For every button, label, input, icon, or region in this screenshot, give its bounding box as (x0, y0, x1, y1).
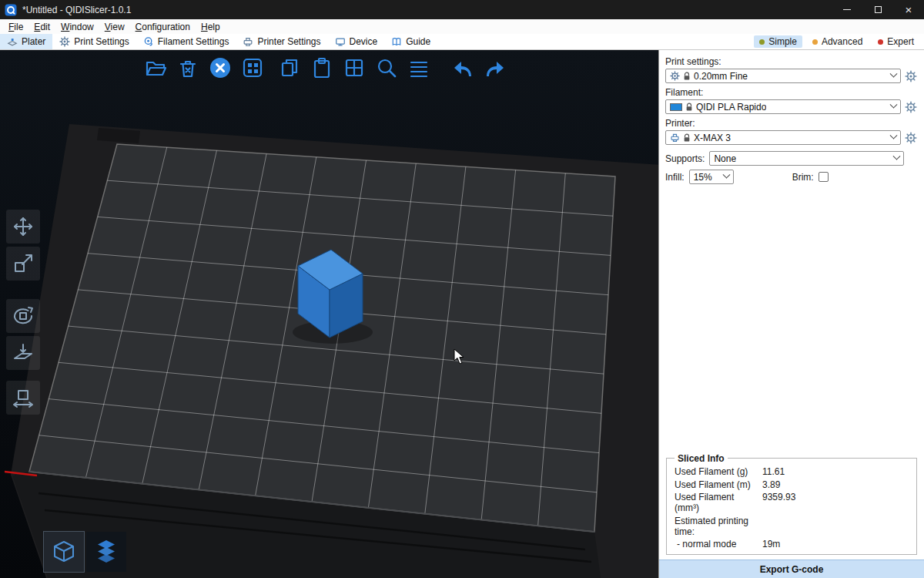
guide-book-icon (391, 36, 402, 47)
menu-configuration[interactable]: Configuration (130, 21, 196, 33)
filament-value: QIDI PLA Rapido (696, 102, 766, 113)
tab-device[interactable]: Device (328, 34, 385, 49)
close-button[interactable]: × (893, 0, 924, 19)
sidebar-spacer (665, 184, 918, 453)
paste-button[interactable] (309, 55, 335, 81)
printer-select[interactable]: X-MAX 3 (665, 130, 901, 145)
gear-icon (905, 132, 917, 144)
supports-select[interactable]: None (709, 151, 904, 166)
chevron-down-icon (890, 70, 898, 78)
search-icon (375, 56, 398, 79)
infill-select[interactable]: 15% (689, 170, 734, 184)
export-gcode-button[interactable]: Export G-code (659, 560, 924, 578)
variable-layer-height-button[interactable] (406, 55, 432, 81)
open-project-button[interactable] (142, 55, 169, 81)
editor-view-icon (50, 538, 78, 566)
chevron-down-icon (890, 132, 898, 139)
flatten-button[interactable] (6, 336, 40, 370)
scale-button[interactable] (6, 247, 40, 281)
sliced-info-title: Sliced Info (675, 453, 728, 464)
gear-icon (905, 101, 917, 113)
filament-gear-button[interactable] (904, 99, 918, 114)
maximize-icon (875, 6, 882, 13)
undo-icon (452, 56, 475, 79)
menu-view[interactable]: View (99, 21, 130, 33)
view-mode-toggles (44, 532, 126, 572)
si-label: Used Filament (g) (675, 466, 758, 477)
mode-simple[interactable]: Simple (754, 35, 802, 48)
3d-viewport[interactable] (0, 50, 658, 578)
menu-help[interactable]: Help (196, 21, 226, 33)
menu-window[interactable]: Window (55, 21, 99, 33)
menu-file[interactable]: File (3, 21, 28, 33)
delete-all-icon (209, 56, 232, 79)
maximize-button[interactable] (862, 0, 893, 19)
window-controls: × (832, 0, 924, 19)
tab-guide[interactable]: Guide (384, 34, 437, 49)
delete-icon (176, 56, 199, 79)
lock-icon (683, 133, 691, 143)
filament-spool-icon (143, 36, 154, 47)
filament-select[interactable]: QIDI PLA Rapido (665, 99, 901, 114)
rotate-icon (12, 304, 35, 328)
printer-icon (243, 36, 253, 47)
settings-sidebar: Print settings: 0.20mm Fine Filament: (658, 50, 924, 578)
print-settings-gear-button[interactable] (904, 69, 918, 83)
si-label: - normal mode (675, 539, 758, 549)
print-settings-select[interactable]: 0.20mm Fine (665, 69, 901, 83)
tab-bar: Plater Print Settings Filament Settings … (0, 34, 924, 50)
advanced-mode-dot-icon (812, 39, 818, 45)
delete-all-button[interactable] (207, 55, 233, 81)
tab-printer-settings[interactable]: Printer Settings (236, 34, 327, 49)
split-button[interactable] (341, 55, 367, 81)
device-icon (335, 36, 346, 47)
rotate-button[interactable] (6, 299, 40, 333)
mode-label: Advanced (822, 36, 862, 47)
filament-label: Filament: (665, 87, 918, 98)
preview-view-button[interactable] (86, 532, 126, 572)
split-icon (343, 56, 366, 79)
move-button[interactable] (6, 210, 40, 244)
editor-view-button[interactable] (44, 532, 84, 572)
move-icon (12, 215, 35, 238)
print-settings-value: 0.20mm Fine (694, 71, 748, 82)
menu-bar: File Edit Window View Configuration Help (0, 19, 924, 34)
chevron-down-icon (722, 171, 730, 179)
lock-icon (685, 102, 693, 112)
printer-label: Printer: (665, 118, 918, 129)
sliced-info-row: - normal mode 19m (673, 537, 910, 550)
delete-button[interactable] (175, 55, 201, 81)
layer-height-icon (407, 56, 430, 79)
brim-label: Brim: (792, 172, 814, 183)
redo-icon (484, 56, 507, 79)
mode-advanced[interactable]: Advanced (807, 35, 868, 48)
gear-icon (670, 71, 680, 81)
copy-icon (278, 56, 301, 79)
redo-button[interactable] (483, 55, 509, 81)
copy-button[interactable] (276, 55, 303, 81)
si-value: 9359.93 (758, 492, 910, 513)
minimize-button[interactable] (832, 0, 862, 19)
measure-button[interactable] (6, 381, 40, 415)
mode-expert[interactable]: Expert (872, 35, 919, 48)
arrange-button[interactable] (239, 55, 266, 81)
tab-plater[interactable]: Plater (0, 34, 52, 49)
title-bar[interactable]: *Untitled - QIDISlicer-1.0.1 × (0, 0, 924, 19)
search-button[interactable] (373, 55, 400, 81)
menu-edit[interactable]: Edit (28, 21, 55, 33)
mode-selector: Simple Advanced Expert (754, 34, 924, 49)
infill-label: Infill: (665, 172, 685, 183)
simple-mode-dot-icon (759, 39, 765, 45)
tab-label: Printer Settings (257, 36, 320, 47)
si-label: Used Filament (m) (675, 479, 758, 490)
printer-gear-button[interactable] (904, 130, 918, 145)
tab-filament-settings[interactable]: Filament Settings (136, 34, 236, 49)
infill-value: 15% (694, 172, 712, 183)
si-value: 19m (758, 539, 910, 549)
tab-label: Plater (22, 36, 45, 47)
tab-print-settings[interactable]: Print Settings (52, 34, 136, 49)
brim-checkbox[interactable] (819, 172, 829, 182)
undo-button[interactable] (450, 55, 477, 81)
filament-swatch (670, 103, 682, 111)
si-label: Used Filament (mm³) (675, 492, 758, 513)
